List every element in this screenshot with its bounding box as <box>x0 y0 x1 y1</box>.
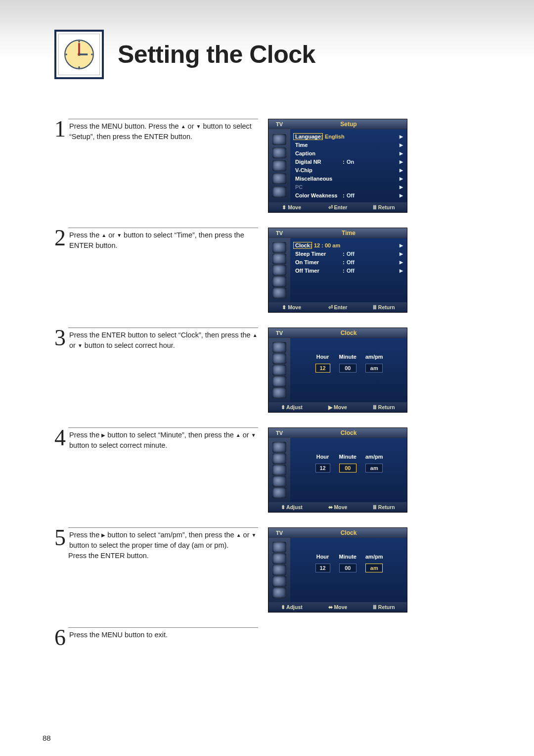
step-text: Press the ▶ button to select “Minute”, t… <box>68 427 258 451</box>
menu-item[interactable]: Off Timer:Off▶ <box>295 266 403 275</box>
osd-mode-label: TV <box>268 228 290 237</box>
osd-hint-bar: ⬍ Move ⏎ Enter Ⅲ Return <box>268 202 407 212</box>
down-icon: ▼ <box>78 343 83 348</box>
clock-minute-label: Minute <box>339 454 356 460</box>
clock-hour-label: Hour <box>315 454 330 460</box>
osd-mode-label: TV <box>268 428 290 437</box>
osd-cat-icon <box>272 476 286 487</box>
menu-item[interactable]: Miscellaneous▶ <box>295 174 403 183</box>
menu-item[interactable]: PC▶ <box>295 183 403 191</box>
osd-setup-menu: TV Setup Language:English▶Time▶Caption▶D… <box>268 119 407 213</box>
clock-hour-label: Hour <box>315 354 330 360</box>
osd-cat-icon <box>272 453 286 464</box>
clock-hour-label: Hour <box>315 554 330 560</box>
clock-ampm-label: am/pm <box>365 354 383 360</box>
osd-cat-icon <box>272 287 286 298</box>
clock-ampm-value[interactable]: am <box>365 564 383 572</box>
step-text: Press the MENU button to exit. <box>68 627 258 640</box>
osd-cat-icon <box>272 187 286 197</box>
osd-cat-icon <box>272 465 286 475</box>
up-icon: ▲ <box>236 532 241 538</box>
osd-title: Setup <box>290 119 407 129</box>
up-icon: ▲ <box>181 124 186 129</box>
menu-item[interactable]: V-Chip▶ <box>295 166 403 174</box>
svg-point-4 <box>78 41 80 43</box>
osd-mode-label: TV <box>268 528 290 537</box>
osd-clock-menu: TV Clock Hour 12 Minute 00 <box>268 328 407 413</box>
osd-cat-icon <box>272 242 286 253</box>
step-number: 4 <box>54 427 65 448</box>
step-text: Press the ENTER button to select “Clock”… <box>68 328 258 351</box>
up-icon: ▲ <box>253 332 258 338</box>
menu-item[interactable]: On Timer:Off▶ <box>295 258 403 266</box>
osd-cat-icon <box>272 442 286 453</box>
clock-minute-value[interactable]: 00 <box>339 464 356 472</box>
svg-point-7 <box>65 53 67 55</box>
osd-cat-icon <box>272 147 286 158</box>
osd-cat-icon <box>272 276 286 287</box>
menu-item[interactable]: Language:English▶ <box>295 132 403 141</box>
osd-hint-bar: ⬍ Adjust ▶ Move Ⅲ Return <box>268 402 407 412</box>
osd-clock-menu: TV Clock Hour 12 Minute 00 <box>268 427 407 513</box>
osd-hint-bar: ⬍ Move ⏎ Enter Ⅲ Return <box>268 302 407 312</box>
step-number: 6 <box>54 627 65 648</box>
osd-cat-icon <box>272 565 286 575</box>
osd-cat-icon <box>272 173 286 184</box>
osd-cat-icon <box>272 376 286 387</box>
osd-title: Time <box>290 228 407 237</box>
down-icon: ▼ <box>196 124 201 129</box>
osd-cat-icon <box>272 387 286 398</box>
step-number: 1 <box>54 119 65 139</box>
down-icon: ▼ <box>252 532 257 538</box>
osd-category-icons <box>268 338 290 402</box>
osd-cat-icon <box>272 265 286 276</box>
menu-item[interactable]: Sleep Timer:Off▶ <box>295 249 403 258</box>
osd-clock-menu: TV Clock Hour 12 Minute 00 <box>268 527 407 613</box>
up-icon: ▲ <box>101 233 106 238</box>
osd-cat-icon <box>272 487 286 498</box>
osd-mode-label: TV <box>268 119 290 129</box>
osd-mode-label: TV <box>268 328 290 337</box>
clock-hour-value[interactable]: 12 <box>315 364 330 373</box>
menu-item[interactable]: Clock:12 : 00 am▶ <box>295 241 403 249</box>
osd-cat-icon <box>272 253 286 264</box>
svg-point-5 <box>91 53 93 55</box>
section-icon-clock <box>54 30 104 79</box>
step-number: 3 <box>54 328 65 348</box>
clock-hour-value[interactable]: 12 <box>315 564 330 572</box>
osd-category-icons <box>268 238 290 302</box>
osd-title: Clock <box>290 428 407 437</box>
page-number: 88 <box>43 734 51 742</box>
clock-minute-value[interactable]: 00 <box>339 564 356 572</box>
step-text: Press the MENU button. Press the ▲ or ▼ … <box>68 119 258 142</box>
menu-item[interactable]: Digital NR:On▶ <box>295 157 403 166</box>
menu-item[interactable]: Color Weakness:Off▶ <box>295 191 403 199</box>
step-text: Press the ▲ or ▼ button to select “Time”… <box>68 228 258 251</box>
menu-item[interactable]: Caption▶ <box>295 149 403 157</box>
clock-minute-label: Minute <box>339 354 356 360</box>
clock-ampm-value[interactable]: am <box>365 364 383 373</box>
osd-category-icons <box>268 129 290 202</box>
step-text: Press the ▶ button to select “am/pm”, th… <box>68 527 258 561</box>
clock-ampm-value[interactable]: am <box>365 464 383 472</box>
osd-hint-bar: ⬍ Adjust ⬌ Move Ⅲ Return <box>268 602 407 612</box>
osd-cat-icon <box>272 342 286 353</box>
osd-cat-icon <box>272 587 286 598</box>
osd-cat-icon <box>272 365 286 376</box>
clock-minute-value[interactable]: 00 <box>339 364 356 373</box>
osd-cat-icon <box>272 553 286 564</box>
osd-cat-icon <box>272 134 286 145</box>
osd-cat-icon <box>272 353 286 364</box>
osd-title: Clock <box>290 528 407 537</box>
clock-hour-value[interactable]: 12 <box>315 464 330 472</box>
osd-time-menu: TV Time Clock:12 : 00 am▶Sleep Timer:Off… <box>268 228 407 313</box>
menu-item[interactable]: Time▶ <box>295 141 403 149</box>
up-icon: ▲ <box>236 432 241 438</box>
osd-cat-icon <box>272 542 286 553</box>
osd-cat-icon <box>272 576 286 587</box>
osd-hint-bar: ⬍ Adjust ⬌ Move Ⅲ Return <box>268 502 407 512</box>
osd-category-icons <box>268 538 290 602</box>
page-title: Setting the Clock <box>118 40 315 69</box>
svg-point-6 <box>78 66 80 68</box>
step-number: 2 <box>54 228 65 248</box>
